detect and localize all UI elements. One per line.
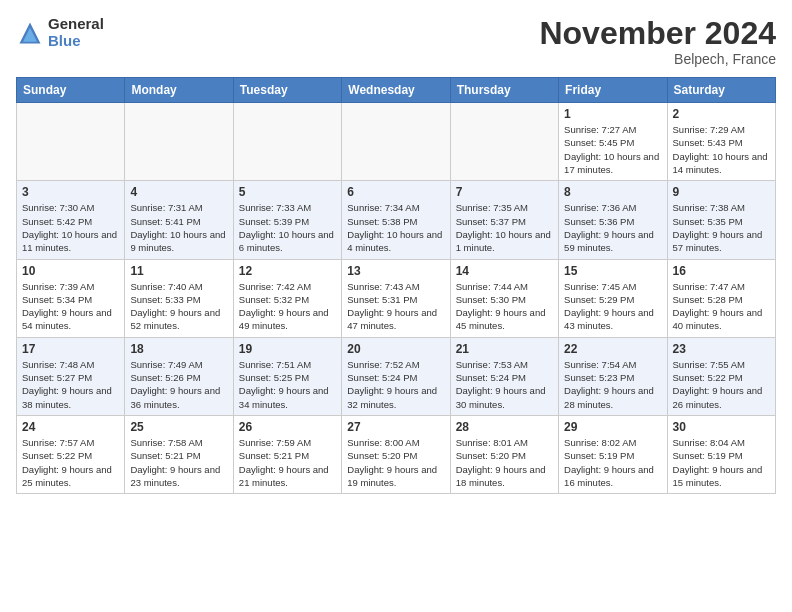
day-number: 22 [564,342,661,356]
calendar-table: Sunday Monday Tuesday Wednesday Thursday… [16,77,776,494]
logo: General Blue [16,16,104,49]
day-info: Sunrise: 7:38 AM Sunset: 5:35 PM Dayligh… [673,201,770,254]
day-info: Sunrise: 7:40 AM Sunset: 5:33 PM Dayligh… [130,280,227,333]
day-number: 27 [347,420,444,434]
day-number: 28 [456,420,553,434]
calendar-cell: 9Sunrise: 7:38 AM Sunset: 5:35 PM Daylig… [667,181,775,259]
header-saturday: Saturday [667,78,775,103]
calendar-cell: 7Sunrise: 7:35 AM Sunset: 5:37 PM Daylig… [450,181,558,259]
calendar-cell: 21Sunrise: 7:53 AM Sunset: 5:24 PM Dayli… [450,337,558,415]
day-info: Sunrise: 8:00 AM Sunset: 5:20 PM Dayligh… [347,436,444,489]
day-number: 16 [673,264,770,278]
calendar-week-3: 17Sunrise: 7:48 AM Sunset: 5:27 PM Dayli… [17,337,776,415]
month-title: November 2024 [539,16,776,51]
logo-text: General Blue [48,16,104,49]
day-info: Sunrise: 8:04 AM Sunset: 5:19 PM Dayligh… [673,436,770,489]
calendar-cell: 12Sunrise: 7:42 AM Sunset: 5:32 PM Dayli… [233,259,341,337]
day-number: 4 [130,185,227,199]
day-info: Sunrise: 7:55 AM Sunset: 5:22 PM Dayligh… [673,358,770,411]
day-info: Sunrise: 7:27 AM Sunset: 5:45 PM Dayligh… [564,123,661,176]
day-info: Sunrise: 7:49 AM Sunset: 5:26 PM Dayligh… [130,358,227,411]
day-info: Sunrise: 7:43 AM Sunset: 5:31 PM Dayligh… [347,280,444,333]
calendar-cell [342,103,450,181]
day-number: 19 [239,342,336,356]
calendar-cell: 20Sunrise: 7:52 AM Sunset: 5:24 PM Dayli… [342,337,450,415]
day-number: 18 [130,342,227,356]
calendar-cell: 4Sunrise: 7:31 AM Sunset: 5:41 PM Daylig… [125,181,233,259]
calendar-week-2: 10Sunrise: 7:39 AM Sunset: 5:34 PM Dayli… [17,259,776,337]
day-info: Sunrise: 7:54 AM Sunset: 5:23 PM Dayligh… [564,358,661,411]
calendar-cell: 11Sunrise: 7:40 AM Sunset: 5:33 PM Dayli… [125,259,233,337]
calendar-week-0: 1Sunrise: 7:27 AM Sunset: 5:45 PM Daylig… [17,103,776,181]
day-number: 17 [22,342,119,356]
day-number: 1 [564,107,661,121]
day-number: 15 [564,264,661,278]
day-info: Sunrise: 7:29 AM Sunset: 5:43 PM Dayligh… [673,123,770,176]
calendar-cell: 17Sunrise: 7:48 AM Sunset: 5:27 PM Dayli… [17,337,125,415]
day-info: Sunrise: 7:47 AM Sunset: 5:28 PM Dayligh… [673,280,770,333]
day-number: 5 [239,185,336,199]
day-number: 13 [347,264,444,278]
day-info: Sunrise: 7:52 AM Sunset: 5:24 PM Dayligh… [347,358,444,411]
day-number: 20 [347,342,444,356]
calendar-cell: 15Sunrise: 7:45 AM Sunset: 5:29 PM Dayli… [559,259,667,337]
calendar-cell: 1Sunrise: 7:27 AM Sunset: 5:45 PM Daylig… [559,103,667,181]
day-info: Sunrise: 7:57 AM Sunset: 5:22 PM Dayligh… [22,436,119,489]
day-number: 29 [564,420,661,434]
day-info: Sunrise: 7:58 AM Sunset: 5:21 PM Dayligh… [130,436,227,489]
header-sunday: Sunday [17,78,125,103]
calendar-cell: 30Sunrise: 8:04 AM Sunset: 5:19 PM Dayli… [667,415,775,493]
calendar-cell: 5Sunrise: 7:33 AM Sunset: 5:39 PM Daylig… [233,181,341,259]
header-monday: Monday [125,78,233,103]
calendar-cell: 8Sunrise: 7:36 AM Sunset: 5:36 PM Daylig… [559,181,667,259]
calendar-cell: 29Sunrise: 8:02 AM Sunset: 5:19 PM Dayli… [559,415,667,493]
day-number: 3 [22,185,119,199]
calendar-cell [450,103,558,181]
day-info: Sunrise: 7:48 AM Sunset: 5:27 PM Dayligh… [22,358,119,411]
day-info: Sunrise: 8:02 AM Sunset: 5:19 PM Dayligh… [564,436,661,489]
title-block: November 2024 Belpech, France [539,16,776,67]
day-info: Sunrise: 7:51 AM Sunset: 5:25 PM Dayligh… [239,358,336,411]
calendar-cell: 25Sunrise: 7:58 AM Sunset: 5:21 PM Dayli… [125,415,233,493]
day-info: Sunrise: 7:33 AM Sunset: 5:39 PM Dayligh… [239,201,336,254]
day-number: 12 [239,264,336,278]
calendar-cell: 22Sunrise: 7:54 AM Sunset: 5:23 PM Dayli… [559,337,667,415]
calendar-cell: 2Sunrise: 7:29 AM Sunset: 5:43 PM Daylig… [667,103,775,181]
day-info: Sunrise: 7:39 AM Sunset: 5:34 PM Dayligh… [22,280,119,333]
calendar-cell: 23Sunrise: 7:55 AM Sunset: 5:22 PM Dayli… [667,337,775,415]
calendar-cell: 27Sunrise: 8:00 AM Sunset: 5:20 PM Dayli… [342,415,450,493]
day-info: Sunrise: 7:35 AM Sunset: 5:37 PM Dayligh… [456,201,553,254]
day-info: Sunrise: 7:30 AM Sunset: 5:42 PM Dayligh… [22,201,119,254]
day-info: Sunrise: 7:36 AM Sunset: 5:36 PM Dayligh… [564,201,661,254]
day-info: Sunrise: 7:42 AM Sunset: 5:32 PM Dayligh… [239,280,336,333]
day-info: Sunrise: 7:45 AM Sunset: 5:29 PM Dayligh… [564,280,661,333]
day-number: 7 [456,185,553,199]
day-info: Sunrise: 7:44 AM Sunset: 5:30 PM Dayligh… [456,280,553,333]
calendar-cell: 18Sunrise: 7:49 AM Sunset: 5:26 PM Dayli… [125,337,233,415]
calendar-cell: 6Sunrise: 7:34 AM Sunset: 5:38 PM Daylig… [342,181,450,259]
calendar-cell [233,103,341,181]
day-number: 8 [564,185,661,199]
weekday-header-row: Sunday Monday Tuesday Wednesday Thursday… [17,78,776,103]
header-friday: Friday [559,78,667,103]
calendar-cell: 28Sunrise: 8:01 AM Sunset: 5:20 PM Dayli… [450,415,558,493]
day-number: 25 [130,420,227,434]
day-number: 26 [239,420,336,434]
header-thursday: Thursday [450,78,558,103]
logo-icon [16,19,44,47]
header: General Blue November 2024 Belpech, Fran… [16,16,776,67]
day-number: 30 [673,420,770,434]
calendar-cell [17,103,125,181]
day-number: 6 [347,185,444,199]
day-number: 11 [130,264,227,278]
calendar-cell: 3Sunrise: 7:30 AM Sunset: 5:42 PM Daylig… [17,181,125,259]
calendar-cell: 13Sunrise: 7:43 AM Sunset: 5:31 PM Dayli… [342,259,450,337]
calendar-cell: 16Sunrise: 7:47 AM Sunset: 5:28 PM Dayli… [667,259,775,337]
calendar-week-1: 3Sunrise: 7:30 AM Sunset: 5:42 PM Daylig… [17,181,776,259]
calendar-cell: 24Sunrise: 7:57 AM Sunset: 5:22 PM Dayli… [17,415,125,493]
header-wednesday: Wednesday [342,78,450,103]
day-info: Sunrise: 7:31 AM Sunset: 5:41 PM Dayligh… [130,201,227,254]
day-number: 23 [673,342,770,356]
header-tuesday: Tuesday [233,78,341,103]
day-number: 14 [456,264,553,278]
